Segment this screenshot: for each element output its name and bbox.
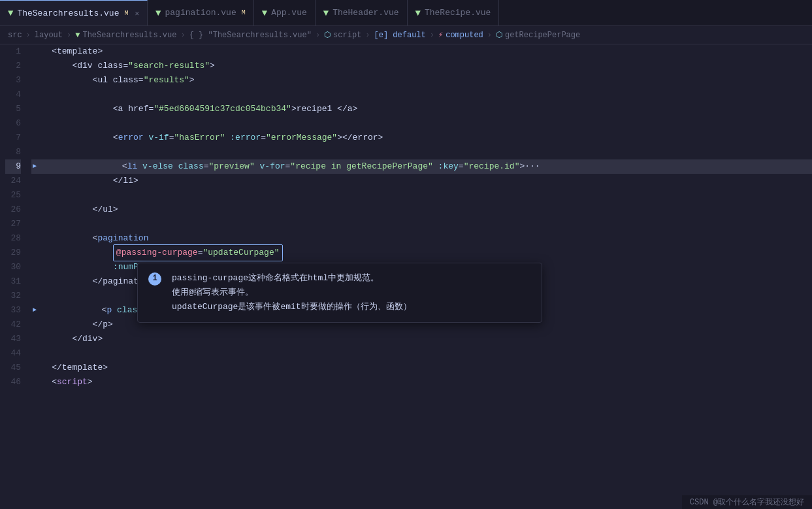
- vue-icon-2: ▼: [155, 8, 161, 18]
- breadcrumb-component: { } "TheSearchresults.vue": [189, 31, 312, 40]
- tab-label-5: TheRecipe.vue: [425, 8, 491, 18]
- code-line-6: [31, 116, 812, 131]
- code-line-4: [31, 88, 812, 102]
- vue-icon-3: ▼: [262, 8, 267, 18]
- hint-popup: 1 passing-curpage这种命名格式在html中更加规范。 使用@缩写…: [137, 263, 542, 323]
- code-area[interactable]: <template> <div class="search-results"> …: [26, 44, 812, 509]
- code-line-1: <template>: [31, 44, 812, 59]
- code-line-9: ► <li v-else class="preview" v-for="reci…: [31, 159, 812, 174]
- code-line-46: <script>: [31, 375, 812, 389]
- code-line-25: [31, 188, 812, 203]
- hint-number: 1: [148, 272, 161, 286]
- code-line-44: [31, 346, 812, 361]
- breadcrumb-file: TheSearchresults.vue: [82, 31, 176, 40]
- code-line-27: [31, 217, 812, 231]
- status-text: CSDN @取个什么名字我还没想好: [690, 498, 804, 507]
- code-line-29: @passing-curpage="updateCurpage": [31, 246, 812, 260]
- tab-label-1: TheSearchresults.vue: [17, 8, 119, 18]
- code-line-24: </li>: [31, 174, 812, 188]
- code-line-26: </ul>: [31, 203, 812, 217]
- tab-modified-2: M: [242, 9, 246, 16]
- breadcrumb-script-label: script: [333, 31, 361, 40]
- code-line-3: <ul class="results">: [31, 73, 812, 88]
- tab-TheSearchresults[interactable]: ▼ TheSearchresults.vue M ✕: [0, 0, 148, 25]
- code-line-45: </template>: [31, 361, 812, 375]
- fold-arrow-33[interactable]: ►: [33, 303, 37, 318]
- code-line-43: </div>: [31, 332, 812, 346]
- breadcrumb-default: [e] default: [374, 31, 426, 40]
- vue-icon-5: ▼: [415, 8, 421, 18]
- code-line-28: <pagination: [31, 231, 812, 246]
- tab-close-1[interactable]: ✕: [135, 9, 139, 18]
- tab-label-2: pagination.vue: [165, 8, 236, 18]
- breadcrumb-src: src: [8, 31, 22, 40]
- breadcrumb: src › layout › ▼ TheSearchresults.vue › …: [0, 26, 812, 44]
- fold-arrow-9[interactable]: ►: [33, 159, 37, 174]
- tab-pagination[interactable]: ▼ pagination.vue M: [148, 0, 254, 25]
- vue-icon-4: ▼: [323, 8, 329, 18]
- breadcrumb-script: ⬡: [324, 30, 331, 40]
- vue-icon-1: ▼: [8, 8, 13, 18]
- editor: 123456789242526272829303132334243444546 …: [0, 44, 812, 509]
- breadcrumb-computed-icon: ⚡: [438, 30, 443, 40]
- code-line-5: <a href="#5ed6604591c37cdc054bcb34">reci…: [31, 102, 812, 116]
- breadcrumb-layout: layout: [35, 31, 63, 40]
- tab-modified-1: M: [124, 10, 128, 17]
- status-bar: CSDN @取个什么名字我还没想好: [682, 495, 812, 509]
- code-line-2: <div class="search-results">: [31, 59, 812, 73]
- tab-label-3: App.vue: [271, 8, 307, 18]
- tab-theheader[interactable]: ▼ TheHeader.vue: [316, 0, 408, 25]
- breadcrumb-method: getRecipePerPage: [505, 31, 580, 40]
- hint-text: passing-curpage这种命名格式在html中更加规范。 使用@缩写表示…: [172, 271, 412, 314]
- breadcrumb-method-icon: ⬡: [496, 30, 502, 40]
- breadcrumb-computed: computed: [446, 31, 483, 40]
- code-line-7: <error v-if="hasError" :error="errorMess…: [31, 131, 812, 145]
- breadcrumb-vue-icon: ▼: [75, 31, 80, 40]
- tab-therecipe[interactable]: ▼ TheRecipe.vue: [408, 0, 500, 25]
- line-numbers: 123456789242526272829303132334243444546: [0, 44, 26, 509]
- tab-label-4: TheHeader.vue: [333, 8, 398, 18]
- tab-bar: ▼ TheSearchresults.vue M ✕ ▼ pagination.…: [0, 0, 812, 26]
- code-line-8: [31, 145, 812, 159]
- tab-app[interactable]: ▼ App.vue: [254, 0, 316, 25]
